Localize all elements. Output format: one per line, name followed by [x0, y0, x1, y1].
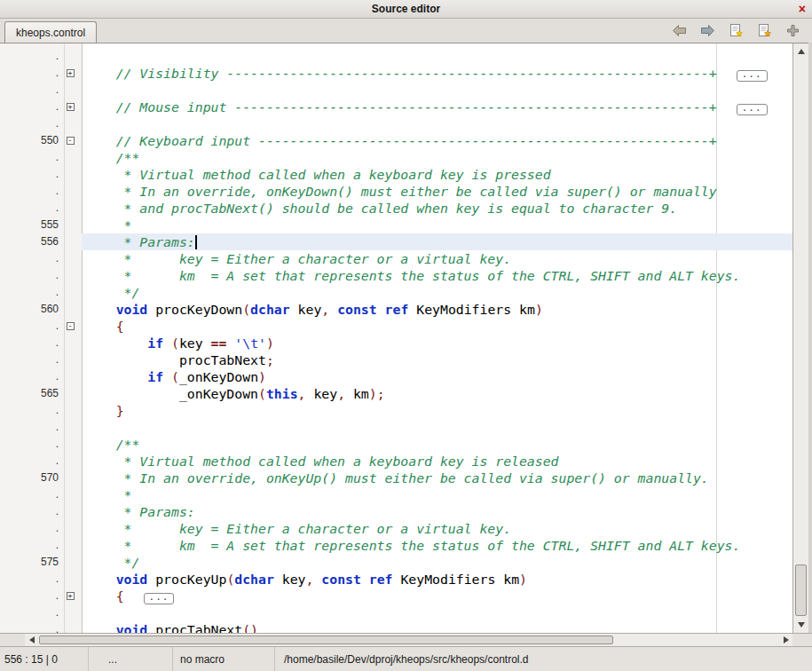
code-line[interactable]: {... — [82, 588, 792, 604]
code-line[interactable]: * Params: — [82, 233, 792, 250]
fold-column — [59, 520, 82, 537]
code-line[interactable]: // Visibility --------------------------… — [82, 65, 792, 82]
code-token: // Mouse input -------------------------… — [84, 99, 717, 114]
fold-collapse-icon[interactable]: - — [67, 322, 75, 330]
code-token: if — [147, 369, 163, 384]
scroll-down-button[interactable] — [793, 618, 808, 632]
code-token — [84, 622, 116, 633]
collapsed-fold-indicator[interactable]: ... — [144, 593, 175, 604]
gutter-line-dot: . — [0, 65, 59, 82]
code-line[interactable]: * Params: — [82, 503, 792, 520]
vertical-scrollbar[interactable] — [792, 43, 808, 633]
fold-column — [59, 200, 82, 217]
code-line[interactable]: * — [82, 486, 792, 503]
code-token: */ — [84, 555, 139, 570]
window-title: Source editor — [372, 3, 440, 15]
code-row: 560 void procKeyDown(dchar key, const re… — [0, 301, 792, 318]
code-line[interactable]: if (_onKeyDown) — [82, 368, 792, 385]
close-button[interactable]: × — [799, 1, 806, 17]
code-line[interactable]: * In an override, onKeyUp() must either … — [82, 470, 792, 486]
code-row: . * and procTabNext() should be called w… — [0, 200, 792, 217]
code-token — [313, 572, 321, 587]
collapsed-fold-indicator[interactable]: ... — [737, 104, 768, 115]
code-row: . procTabNext; — [0, 351, 792, 368]
fold-expand-icon[interactable]: + — [67, 103, 75, 111]
code-row: . */ — [0, 284, 792, 301]
save-button[interactable] — [727, 22, 745, 40]
code-token — [329, 302, 337, 317]
fold-expand-icon[interactable]: + — [67, 592, 75, 600]
window-titlebar[interactable]: Source editor × — [0, 0, 812, 19]
code-token: ) — [519, 572, 527, 587]
code-line[interactable]: /** — [82, 149, 792, 166]
code-token: key — [290, 302, 322, 317]
code-row: . — [0, 604, 792, 621]
code-line[interactable]: { — [82, 318, 792, 335]
code-row: . — [0, 48, 792, 65]
scroll-left-button[interactable] — [25, 634, 38, 646]
code-line[interactable]: procTabNext; — [82, 351, 792, 368]
scroll-up-button[interactable] — [793, 44, 808, 59]
code-line[interactable]: * In an override, onKeyDown() must eithe… — [82, 183, 792, 200]
code-line[interactable]: * km = A set that represents the status … — [82, 537, 792, 554]
code-token: /** — [84, 150, 139, 165]
tab-kheops-control[interactable]: kheops.control — [4, 21, 97, 43]
gutter-line-number: 556 — [0, 233, 59, 250]
gutter-line-dot: . — [0, 571, 59, 588]
code-token: ( — [171, 336, 179, 351]
code-line[interactable] — [82, 604, 792, 621]
code-line[interactable]: if (key == '\t') — [82, 335, 792, 351]
gutter-line-number: 555 — [0, 217, 59, 233]
code-line[interactable]: void procKeyDown(dchar key, const ref Ke… — [82, 301, 792, 318]
code-token — [84, 572, 116, 587]
vertical-scrollbar-thumb[interactable] — [795, 564, 807, 616]
code-line[interactable] — [82, 48, 792, 65]
code-line[interactable]: */ — [82, 554, 792, 571]
code-line[interactable]: * key = Either a character or a virtual … — [82, 520, 792, 537]
code-line[interactable]: * Virtual method called when a keyboard … — [82, 453, 792, 470]
code-line[interactable]: /** — [82, 436, 792, 453]
code-line[interactable]: _onKeyDown(this, key, km); — [82, 385, 792, 402]
code-line[interactable]: * km = A set that represents the status … — [82, 267, 792, 284]
code-row: . — [0, 419, 792, 436]
save-icon — [729, 23, 743, 38]
code-line[interactable]: void procTabNext() — [82, 621, 792, 633]
code-editor[interactable]: ..+ // Visibility ----------------------… — [0, 43, 792, 633]
horizontal-scrollbar[interactable] — [25, 633, 792, 646]
scroll-down-icon — [798, 622, 805, 628]
code-token: const — [321, 572, 361, 587]
code-line[interactable]: } — [82, 402, 792, 419]
code-line[interactable]: * key = Either a character or a virtual … — [82, 250, 792, 267]
fold-column — [59, 537, 82, 554]
code-token: * km = A set that represents the status … — [84, 268, 740, 283]
detach-button[interactable] — [784, 22, 801, 40]
code-line[interactable]: * and procTabNext() should be called whe… — [82, 200, 792, 217]
code-line[interactable]: // Keyboard input ----------------------… — [82, 132, 792, 149]
save-as-icon — [757, 23, 771, 38]
fold-collapse-icon[interactable]: - — [67, 137, 75, 145]
code-line[interactable]: void procKeyUp(dchar key, const ref KeyM… — [82, 571, 792, 588]
code-token: ( — [171, 369, 179, 384]
collapsed-fold-indicator[interactable]: ... — [737, 70, 768, 82]
code-row: . /** — [0, 436, 792, 453]
code-line[interactable] — [82, 115, 792, 132]
code-token: * Params: — [84, 234, 195, 249]
gutter-line-dot: . — [0, 183, 59, 200]
code-line[interactable]: * Virtual method called when a keyboard … — [82, 166, 792, 183]
save-as-button[interactable] — [755, 22, 773, 40]
detach-icon — [786, 24, 800, 37]
code-line[interactable]: */ — [82, 284, 792, 301]
code-token: * — [84, 487, 131, 502]
fold-expand-icon[interactable]: + — [67, 69, 75, 77]
fold-column — [59, 453, 82, 470]
code-line[interactable] — [82, 82, 792, 99]
horizontal-scrollbar-thumb[interactable] — [39, 635, 613, 644]
code-line[interactable] — [82, 419, 792, 436]
code-token: } — [84, 403, 124, 418]
code-line[interactable]: // Mouse input -------------------------… — [82, 99, 792, 115]
back-button[interactable] — [670, 22, 688, 40]
code-line[interactable]: * — [82, 217, 792, 233]
editor-toolbar — [670, 22, 801, 40]
forward-button[interactable] — [698, 22, 716, 40]
scroll-right-button[interactable] — [779, 634, 792, 646]
